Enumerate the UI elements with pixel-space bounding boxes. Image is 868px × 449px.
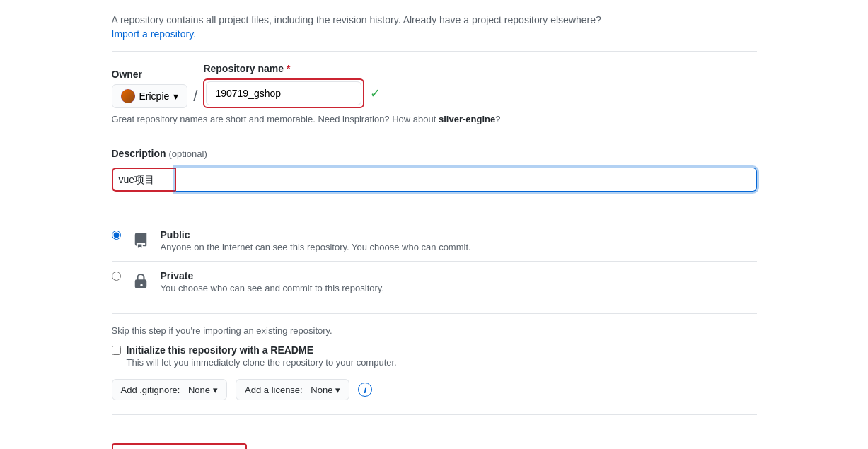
bottom-divider <box>112 414 757 415</box>
extras-row: Add .gitignore: None ▾ Add a license: No… <box>112 379 757 400</box>
private-radio[interactable] <box>112 272 121 281</box>
visibility-private-option[interactable]: Private You choose who can see and commi… <box>112 261 757 302</box>
repo-name-label: Repository name * <box>203 63 381 74</box>
mid-divider-2 <box>112 206 757 206</box>
public-text-group: Public Anyone on the internet can see th… <box>161 229 471 252</box>
license-label: Add a license: <box>245 385 303 395</box>
owner-name: Ericpie <box>139 91 170 102</box>
private-text-group: Private You choose who can see and commi… <box>161 270 385 293</box>
public-title: Public <box>161 229 471 240</box>
private-title: Private <box>161 270 385 281</box>
desc-label: Description <box>112 148 166 159</box>
valid-check-icon: ✓ <box>370 81 381 105</box>
avatar-image <box>121 89 135 103</box>
page-container: A repository contains all project files,… <box>95 0 774 449</box>
mid-divider-3 <box>112 313 757 314</box>
repo-name-highlight-box <box>203 78 364 108</box>
top-divider <box>112 51 757 52</box>
license-dropdown[interactable]: Add a license: None ▾ <box>236 379 349 400</box>
info-icon[interactable]: i <box>358 383 372 397</box>
readme-title: Initialize this repository with a README <box>127 344 397 356</box>
readme-label-group: Initialize this repository with a README… <box>127 344 397 368</box>
description-input[interactable] <box>175 168 757 192</box>
description-section: Description (optional) vue项目 <box>112 148 757 192</box>
slash-separator: / <box>193 84 197 108</box>
intro-text: A repository contains all project files,… <box>112 14 757 25</box>
create-section: Create repository <box>112 443 248 449</box>
owner-field-group: Owner Ericpie ▾ <box>112 69 188 108</box>
readme-checkbox[interactable] <box>112 346 121 355</box>
gitignore-arrow: ▾ <box>213 385 218 395</box>
repo-name-wrapper: ✓ <box>203 78 381 108</box>
owner-dropdown[interactable]: Ericpie ▾ <box>112 84 188 108</box>
init-hint: Skip this step if you're importing an ex… <box>112 325 757 336</box>
visibility-public-option[interactable]: Public Anyone on the internet can see th… <box>112 221 757 261</box>
license-value: None <box>311 385 332 395</box>
avatar <box>121 89 135 103</box>
public-icon <box>129 229 152 252</box>
repo-hint-text: Great repository names are short and mem… <box>112 114 757 124</box>
visibility-section: Public Anyone on the internet can see th… <box>112 221 757 302</box>
desc-label-row: Description (optional) <box>112 148 757 163</box>
owner-label: Owner <box>112 69 188 80</box>
license-arrow: ▾ <box>335 385 340 395</box>
owner-repo-section: Owner Ericpie ▾ / Repository name * <box>112 63 757 124</box>
owner-dropdown-arrow: ▾ <box>173 91 178 102</box>
import-link[interactable]: Import a repository. <box>112 28 197 40</box>
gitignore-value: None <box>188 385 210 395</box>
readme-checkbox-row: Initialize this repository with a README… <box>112 344 757 368</box>
public-desc: Anyone on the internet can see this repo… <box>161 242 471 252</box>
repo-name-input[interactable] <box>206 81 361 105</box>
mid-divider-1 <box>112 136 757 136</box>
init-section: Skip this step if you're importing an ex… <box>112 325 757 368</box>
public-radio[interactable] <box>112 231 121 240</box>
owner-repo-row: Owner Ericpie ▾ / Repository name * <box>112 63 757 108</box>
desc-input-row: vue项目 <box>112 168 757 192</box>
gitignore-dropdown[interactable]: Add .gitignore: None ▾ <box>112 379 228 400</box>
readme-desc: This will let you immediately clone the … <box>127 357 397 368</box>
private-icon <box>129 270 152 293</box>
private-desc: You choose who can see and commit to thi… <box>161 283 385 293</box>
required-star: * <box>287 63 290 74</box>
desc-highlight-part: vue项目 <box>112 168 175 192</box>
gitignore-label: Add .gitignore: <box>121 385 180 395</box>
desc-optional-label: (optional) <box>169 148 207 159</box>
repo-name-field-group: Repository name * ✓ <box>203 63 381 108</box>
